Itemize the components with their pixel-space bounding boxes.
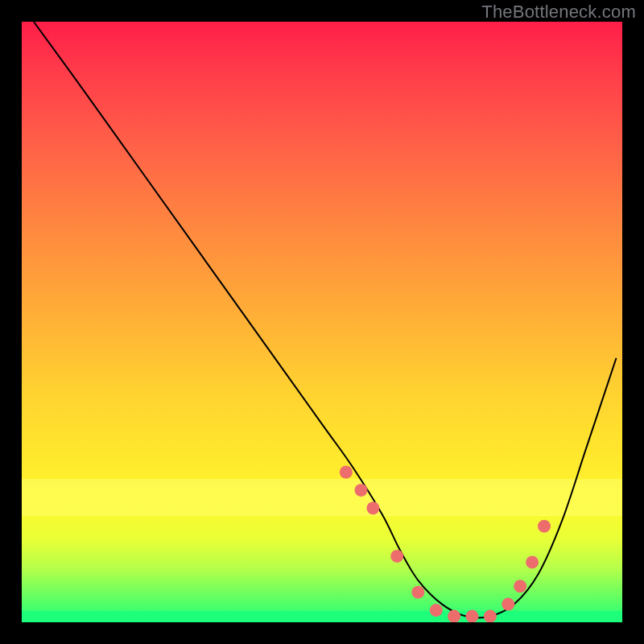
highlight-band	[22, 479, 622, 516]
plot-area	[22, 22, 622, 622]
watermark-text: TheBottleneck.com	[481, 2, 636, 23]
baseline-strip	[22, 611, 622, 622]
chart-frame: TheBottleneck.com	[0, 0, 644, 644]
